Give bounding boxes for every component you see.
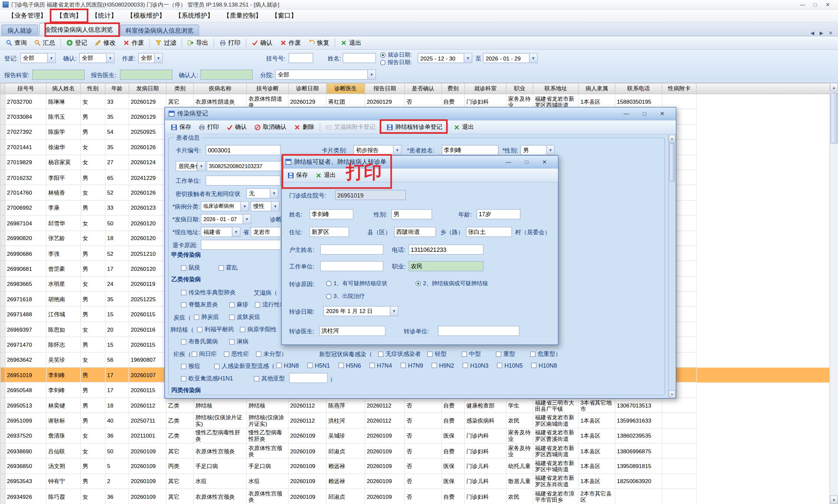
column-header[interactable]: 性病附卡 [662, 83, 697, 94]
card-type-dropdown[interactable]: 初步报告▼ [353, 145, 402, 155]
column-header[interactable]: 性别 [81, 83, 105, 94]
report-date-radio[interactable]: 报告日期: [380, 59, 412, 66]
tab-patient-visit[interactable]: 病人就诊 [2, 24, 38, 36]
table-row[interactable]: 26934926陈巧霞女3620260109其它衣原体性宫颈炎衣原体性宫颈炎20… [0, 489, 830, 504]
disease-checkbox[interactable]: 其他亚型 [254, 375, 285, 383]
disease-checkbox[interactable]: 麻疹 [229, 301, 248, 309]
disease-checkbox[interactable]: H3N8 [276, 362, 299, 368]
window-minimize-button[interactable]: — [800, 2, 805, 7]
column-header[interactable]: 发病日期 [129, 83, 166, 94]
disease-checkbox[interactable]: 猴痘 [181, 362, 200, 370]
menu-statistics[interactable]: 【统计】 [87, 10, 122, 22]
disease-checkbox[interactable]: 人感染新亚型流感（ [214, 362, 275, 370]
tab-close-button[interactable]: ✕ [828, 31, 833, 36]
confirm-button[interactable]: 确认 [248, 37, 276, 49]
disease-checkbox[interactable]: 脊髓灰质炎 [181, 301, 218, 309]
visit-no-input[interactable]: 26951019 [335, 190, 406, 200]
export-button[interactable]: 导出 [184, 37, 212, 49]
exit-button[interactable]: 退出 [337, 37, 365, 49]
grid-vertical-scrollbar[interactable]: ▲ ▼ [830, 83, 838, 504]
restore-button[interactable]: 恢复 [305, 37, 333, 49]
tab-department-infectious-info[interactable]: 科室传染病病人信息浏览 [120, 24, 199, 36]
column-header[interactable]: 年龄 [105, 83, 129, 94]
void-button-2[interactable]: 作废 [276, 37, 305, 49]
disease-checkbox[interactable]: 肺炭疽 [194, 313, 219, 321]
card-no-input[interactable]: 0003001 [206, 145, 281, 155]
dialog-close-button[interactable]: ✕ [542, 159, 547, 165]
save-button[interactable]: 保存 [167, 121, 195, 132]
age-input[interactable]: 17岁 [477, 209, 521, 219]
aids-card-register-button[interactable]: 艾滋病附卡登记 [322, 121, 379, 132]
menu-business-management[interactable]: 【业务管理】 [3, 10, 51, 22]
occupation-input[interactable]: 农民 [408, 261, 484, 271]
card-return-input[interactable] [200, 240, 281, 250]
onset-date-picker[interactable]: 2026 - 01 - 07▼ [200, 214, 251, 224]
case-class-dropdown[interactable]: 临床诊断病例▼ [200, 201, 249, 211]
disease-checkbox[interactable]: H5N1 [308, 362, 330, 368]
summary-button[interactable]: 汇总 [31, 37, 59, 49]
dialog-titlebar[interactable]: 传染病登记 — □ ✕ [165, 108, 676, 120]
column-header[interactable]: 诊断日期 [289, 83, 326, 94]
phone-input[interactable]: 13110621233 [408, 245, 484, 255]
date-from-picker[interactable]: 2025 - 12 - 30▼ [418, 53, 472, 63]
householder-input[interactable] [320, 245, 383, 255]
dialog-titlebar[interactable]: 肺结核可疑者、肺结核病人转诊单 — □ ✕ [281, 156, 558, 168]
table-row[interactable]: 26950513林奕键男1820260112乙类肺结核肺结核20260112陈燕… [0, 398, 830, 413]
menu-query[interactable]: 【查询】 [51, 10, 87, 22]
table-row[interactable]: 26953543钟有宁男220260109其它水痘水痘20260109赖远禄20… [0, 473, 830, 489]
tab-scroll-right-button[interactable]: ▶ [820, 31, 823, 36]
scroll-down-button[interactable]: ▼ [830, 496, 838, 504]
disease-checkbox[interactable]: 布鲁氏菌病 [181, 338, 218, 346]
table-row[interactable]: 26951099谢耿标男4020250711乙类肺结核(仅痰涂片证实)肺结核(仅… [0, 413, 830, 428]
county-input[interactable]: 西陂街道 [394, 227, 436, 237]
disease-checkbox[interactable]: H7N9 [401, 362, 423, 368]
confirm-filter-dropdown[interactable]: 全部▼ [79, 53, 115, 63]
disease-checkbox[interactable]: 间日疟 [192, 350, 217, 358]
print-button[interactable]: 打印 [216, 37, 244, 49]
scroll-up-button[interactable]: ▲ [830, 83, 838, 92]
dialog-vertical-scrollbar[interactable]: ▲ ▼ [668, 135, 675, 397]
menu-system-maintenance[interactable]: 【系统维护】 [170, 10, 219, 22]
referral-date-picker[interactable]: 2026 年 1 月 12 日▼ [324, 306, 398, 316]
print-button[interactable]: 打印 [195, 121, 223, 132]
id-type-dropdown[interactable]: 居民身份▼ [176, 161, 206, 171]
save-button[interactable]: 保存 [284, 170, 312, 181]
tb-referral-register-button[interactable]: 肺结核转诊单登记 [383, 121, 446, 132]
disease-checkbox[interactable]: 轻型 [427, 350, 447, 358]
id-number-input[interactable]: 350825200802103237 [207, 161, 281, 171]
disease-checkbox[interactable]: 欧亚禽流感H1N1 [181, 375, 233, 383]
scroll-down-button[interactable]: ▼ [669, 391, 675, 397]
disease-checkbox[interactable]: 淋病 [229, 338, 248, 346]
branch-dropdown[interactable]: 全部▼ [275, 70, 376, 80]
column-header[interactable]: 病人隶属 [578, 83, 615, 94]
exit-button[interactable]: 退出 [450, 121, 477, 132]
tab-hospital-infectious-info[interactable]: 全院传染病病人信息浏览 [39, 23, 119, 36]
disease-checkbox[interactable]: H9N2 [432, 362, 454, 368]
menu-quality-control[interactable]: 【质量控制】 [219, 10, 266, 22]
confirm-button[interactable]: 确认 [223, 121, 250, 132]
window-close-button[interactable]: ✕ [825, 2, 830, 7]
exit-button[interactable]: 退出 [312, 170, 339, 181]
gender-input[interactable]: 男 [391, 209, 432, 219]
disease-checkbox[interactable]: 危重型） [530, 350, 561, 358]
modify-button[interactable]: 修改 [91, 37, 120, 49]
table-row[interactable]: 26936850汤文朔男520260109丙类手足口病手足口病20260109赖… [0, 458, 830, 473]
tab-scroll-left-button[interactable]: ◀ [810, 31, 814, 36]
column-header[interactable]: 是否确认 [405, 83, 441, 94]
disease-checkbox[interactable]: H7N4 [370, 362, 392, 368]
cancel-confirm-button[interactable]: 取消确认 [251, 121, 290, 132]
column-header[interactable]: 挂号诊断 [246, 83, 289, 94]
visit-date-radio[interactable]: 就诊日期: [380, 51, 412, 59]
reason-3-radio[interactable]: 3、出院治疗 [326, 293, 365, 300]
work-unit-input[interactable] [206, 176, 281, 186]
province-dropdown[interactable]: 福建省▼ [200, 227, 240, 237]
gender-dropdown[interactable]: 男▼ [521, 145, 555, 155]
void-button[interactable]: 作废 [120, 37, 148, 49]
confirmer-input[interactable] [200, 70, 253, 80]
column-header[interactable]: 疾病名称 [193, 83, 246, 94]
column-header[interactable]: 联系电话 [615, 83, 662, 94]
scroll-up-button[interactable]: ▲ [669, 135, 675, 142]
disease-checkbox[interactable]: H10N8 [531, 362, 557, 368]
regno-filter-input[interactable] [289, 53, 313, 63]
patient-name-input[interactable]: 李剑峰 [442, 145, 499, 155]
